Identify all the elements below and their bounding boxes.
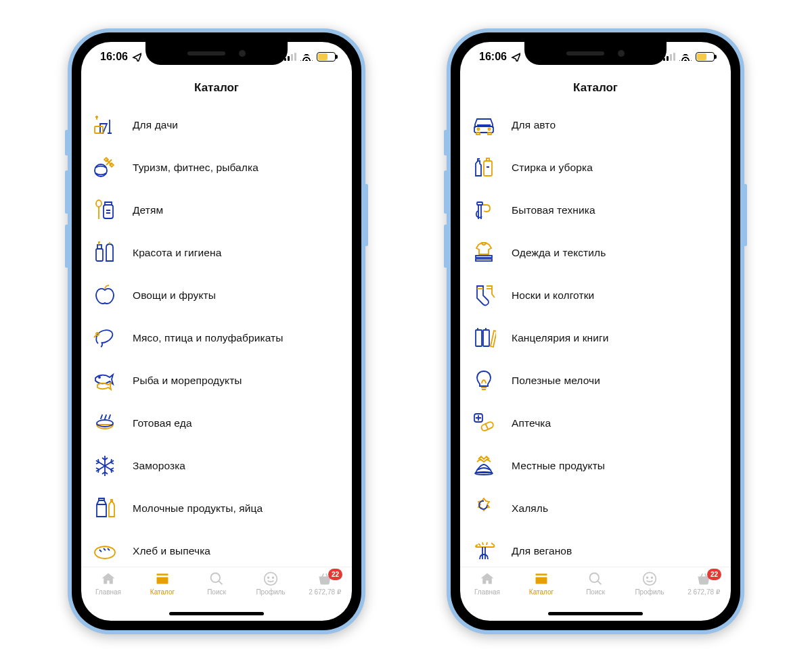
vegan-icon <box>470 539 498 563</box>
category-item[interactable]: Красота и гигиена <box>91 232 345 275</box>
tab-cart[interactable]: 2 672,78 ₽ 22 <box>677 571 731 596</box>
phone-mockup-left: 16:06 Каталог Для дачи Туризм, фитнес, р… <box>68 28 365 634</box>
tab-home[interactable]: Главная <box>81 571 135 596</box>
category-item[interactable]: Молочные продукты, яйца <box>91 488 345 530</box>
home-indicator[interactable] <box>169 612 264 615</box>
home-icon <box>478 571 496 586</box>
category-label: Овощи и фрукты <box>133 289 216 302</box>
category-item[interactable]: Местные продукты <box>470 445 724 488</box>
location-arrow-icon <box>511 52 520 62</box>
tab-profile[interactable]: Профиль <box>244 571 298 596</box>
tab-label: Каталог <box>529 588 554 596</box>
appliance-icon <box>470 198 498 222</box>
category-item[interactable]: Аптечка <box>470 402 724 445</box>
page-title: Каталог <box>81 72 352 101</box>
category-item[interactable]: Рыба и морепродукты <box>91 360 345 402</box>
tab-label: Поиск <box>207 588 226 596</box>
category-item[interactable]: Носки и колготки <box>470 275 724 317</box>
search-icon <box>208 571 225 586</box>
category-item[interactable]: Канцелярия и книги <box>470 317 724 360</box>
catalog-icon <box>154 571 171 586</box>
status-time: 16:06 <box>479 51 507 63</box>
tab-label: Главная <box>474 588 500 596</box>
search-icon <box>587 571 604 586</box>
tab-cart[interactable]: 2 672,78 ₽ 22 <box>298 571 352 596</box>
tab-label: 2 672,78 ₽ <box>687 588 720 596</box>
wifi-icon <box>679 52 692 61</box>
tab-profile[interactable]: Профиль <box>623 571 677 596</box>
category-item[interactable]: Халяль <box>470 488 724 530</box>
stationery-icon <box>470 326 498 350</box>
category-label: Местные продукты <box>512 460 605 472</box>
category-item[interactable]: Бытовая техника <box>470 189 724 232</box>
category-item[interactable]: Заморозка <box>91 445 345 488</box>
category-label: Для веганов <box>512 545 572 557</box>
tab-label: Поиск <box>586 588 605 596</box>
tab-catalog[interactable]: Каталог <box>514 571 568 596</box>
category-item[interactable]: Полезные мелочи <box>470 360 724 402</box>
battery-icon <box>317 52 336 62</box>
category-item[interactable]: Хлеб и выпечка <box>91 530 345 567</box>
sport-icon <box>91 156 119 180</box>
category-item[interactable]: Детям <box>91 189 345 232</box>
category-list[interactable]: Для авто Стирка и уборка Бытовая техника… <box>460 101 731 567</box>
category-label: Туризм, фитнес, рыбалка <box>133 162 258 174</box>
cart-badge: 22 <box>328 569 342 580</box>
meat-icon <box>91 326 119 350</box>
category-label: Детям <box>133 204 163 216</box>
category-label: Аптечка <box>512 417 551 429</box>
category-item[interactable]: Для авто <box>470 104 724 147</box>
garden-icon <box>91 113 119 137</box>
bulb-icon <box>470 369 498 393</box>
tab-catalog[interactable]: Каталог <box>135 571 189 596</box>
category-item[interactable]: Для дачи <box>91 104 345 147</box>
tab-label: Профиль <box>256 588 285 596</box>
car-icon <box>470 113 498 137</box>
apple-icon <box>91 283 119 308</box>
category-label: Носки и колготки <box>512 289 594 302</box>
socks-icon <box>470 283 498 308</box>
category-label: Для авто <box>512 119 556 131</box>
tab-search[interactable]: Поиск <box>568 571 623 596</box>
pharmacy-icon <box>470 411 498 435</box>
tab-label: Профиль <box>635 588 664 596</box>
category-item[interactable]: Для веганов <box>470 530 724 567</box>
category-label: Одежда и текстиль <box>512 247 606 259</box>
clothes-icon <box>470 241 498 265</box>
tab-home[interactable]: Главная <box>460 571 514 596</box>
tab-label: Каталог <box>150 588 175 596</box>
category-item[interactable]: Готовая еда <box>91 402 345 445</box>
category-label: Мясо, птица и полуфабрикаты <box>133 332 284 344</box>
category-item[interactable]: Туризм, фитнес, рыбалка <box>91 147 345 189</box>
home-icon <box>99 571 117 586</box>
tab-search[interactable]: Поиск <box>189 571 244 596</box>
phone-mockup-right: 16:06 Каталог Для авто Стирка и уборка Б… <box>447 28 744 634</box>
category-item[interactable]: Мясо, птица и полуфабрикаты <box>91 317 345 360</box>
bread-icon <box>91 539 119 563</box>
local-icon <box>470 454 498 478</box>
category-item[interactable]: Одежда и текстиль <box>470 232 724 275</box>
notch <box>145 42 288 65</box>
location-arrow-icon <box>132 52 141 62</box>
category-list[interactable]: Для дачи Туризм, фитнес, рыбалка Детям К… <box>81 101 352 567</box>
category-label: Хлеб и выпечка <box>133 545 210 557</box>
dairy-icon <box>91 496 119 521</box>
category-label: Молочные продукты, яйца <box>133 502 263 515</box>
category-label: Канцелярия и книги <box>512 332 609 344</box>
profile-icon <box>262 571 279 586</box>
beauty-icon <box>91 241 119 265</box>
tab-label: Главная <box>95 588 121 596</box>
home-indicator[interactable] <box>548 612 643 615</box>
kids-icon <box>91 198 119 222</box>
category-item[interactable]: Овощи и фрукты <box>91 275 345 317</box>
readymeal-icon <box>91 411 119 435</box>
frozen-icon <box>91 454 119 478</box>
notch <box>524 42 667 65</box>
tab-label: 2 672,78 ₽ <box>309 588 341 596</box>
cleaning-icon <box>470 156 498 180</box>
halal-icon <box>470 496 498 521</box>
category-item[interactable]: Стирка и уборка <box>470 147 724 189</box>
battery-icon <box>696 52 715 62</box>
page-title: Каталог <box>460 72 731 101</box>
category-label: Заморозка <box>133 460 185 472</box>
